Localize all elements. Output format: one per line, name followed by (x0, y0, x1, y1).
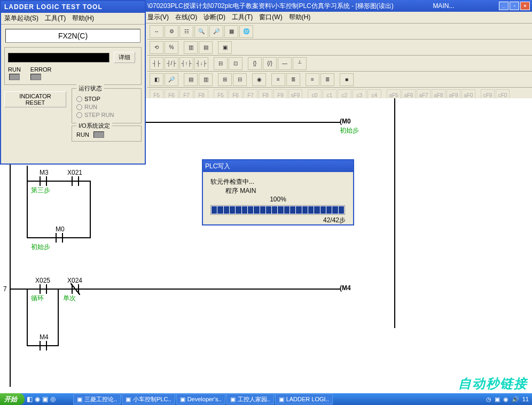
io-run-label: RUN (76, 131, 89, 138)
menu-help[interactable]: 帮助(H) (289, 13, 311, 22)
rung-7-number: 7 (3, 285, 7, 293)
menu-online[interactable]: 在线(O) (175, 13, 197, 22)
plc-dialog-titlebar[interactable]: PLC写入 (203, 160, 353, 172)
tool-titlebar[interactable]: LADDER LOGIC TEST TOOL (1, 1, 145, 13)
toolbar-button[interactable]: ◧ (150, 73, 163, 86)
toolbar-button[interactable]: ▦ (224, 25, 238, 38)
x024-label: X024 (67, 277, 82, 284)
toolbar-button[interactable]: ▤ (199, 41, 213, 54)
taskbar-task[interactable]: ▣工控人家园.. (226, 394, 274, 404)
toolbar-button[interactable]: 🌐 (239, 25, 253, 38)
tray-icon[interactable]: ◉ (503, 396, 508, 403)
toolbar-button[interactable]: ≣ (286, 73, 300, 86)
toolbar-button[interactable]: ■ (340, 73, 354, 86)
task-icon: ▣ (279, 396, 284, 403)
right-bus (394, 98, 395, 328)
toolbar-button[interactable]: 🔎 (209, 25, 223, 38)
toolbar-button[interactable]: ⊞ (218, 73, 232, 86)
radio-run[interactable] (76, 104, 82, 110)
toolbar-button[interactable]: ▤ (184, 73, 198, 86)
toolbar-button[interactable]: 🔎 (165, 73, 178, 86)
toolbar-button[interactable]: ⚙ (165, 25, 178, 38)
toolbar-button[interactable]: ⊟ (214, 57, 228, 70)
contact-x025 (37, 284, 49, 294)
branch-v2 (90, 181, 91, 238)
toolbar-row-0: ↔⚙☷🔍🔎▦🌐 (147, 24, 532, 40)
quicklaunch-icon[interactable]: ◧ (27, 395, 33, 403)
detail-button[interactable]: 详细 (114, 52, 135, 63)
toolbar-button[interactable]: ↔ (150, 25, 163, 38)
menu-diagnose[interactable]: 诊断(D) (204, 13, 225, 22)
taskbar: 开始 ◧ ◉ ▣ ◎ ▣三菱工控论..▣小车控制PLC..▣Developer'… (0, 393, 532, 405)
toolbar-button[interactable]: % (165, 41, 178, 54)
error-indicator-label: ERROR (30, 66, 52, 73)
taskbar-task[interactable]: ▣LADDER LOGI.. (275, 394, 333, 404)
plc-dialog-percent: 100% (210, 196, 346, 203)
progress-bar (210, 205, 345, 215)
toolbar-button[interactable]: ┴ (293, 57, 307, 70)
minimize-button[interactable]: _ (499, 2, 508, 10)
system-tray[interactable]: ◷ ▣ ◉ 🔊 11 (486, 396, 532, 403)
branch-h1 (27, 181, 91, 182)
tray-icon[interactable]: ▣ (495, 396, 500, 403)
toolbar-button[interactable]: ⊡ (229, 57, 242, 70)
m0-left-label: M0 (56, 225, 65, 233)
menu-tools[interactable]: 工具(T) (232, 13, 253, 22)
start-label: 开始 (4, 395, 17, 404)
tool-menu-tools[interactable]: 工具(T) (45, 14, 66, 23)
contact-x021 (69, 176, 81, 186)
branch-v1b (27, 181, 28, 238)
branch-v3 (27, 289, 28, 346)
task-icon: ▣ (126, 396, 131, 403)
toolbar-button[interactable]: ▣ (218, 41, 232, 54)
quicklaunch-icon[interactable]: ◎ (50, 395, 56, 403)
task-icon: ▣ (77, 396, 82, 403)
menu-view[interactable]: 显示(V) (147, 13, 169, 22)
plc-dialog-line1: 软元件检查中... (210, 177, 346, 186)
radio-steprun[interactable] (76, 112, 82, 118)
toolbar-button[interactable]: ┤├ (150, 57, 163, 70)
toolbar-button[interactable]: 🔍 (194, 25, 208, 38)
run-indicator-label: RUN (8, 66, 21, 73)
quicklaunch-icon[interactable]: ◉ (35, 395, 40, 403)
watermark: 自动秒链接 (458, 375, 528, 392)
initstep-left: 初始步 (31, 243, 50, 252)
restore-button[interactable]: ▫ (510, 2, 519, 10)
toolbar-button[interactable]: ⊟ (233, 73, 247, 86)
toolbar-button[interactable]: — (278, 57, 292, 70)
taskbar-task[interactable]: ▣三菱工控论.. (73, 394, 121, 404)
toolbar-button[interactable]: ┤↓├ (194, 57, 208, 70)
toolbar-button[interactable]: ≡ (306, 73, 319, 86)
plc-dialog-line2: 程序 MAIN (225, 186, 346, 196)
toolbar-button[interactable]: ▥ (184, 41, 198, 54)
menu-window[interactable]: 窗口(W) (259, 13, 282, 22)
taskbar-task[interactable]: ▣Developer's.. (176, 394, 225, 404)
x021-label: X021 (67, 169, 82, 176)
indicator-reset-button[interactable]: INDICATOR RESET (4, 91, 66, 107)
task-icon: ▣ (230, 396, 236, 403)
toolbar-button[interactable]: ⟲ (150, 41, 163, 54)
start-button[interactable]: 开始 (0, 393, 25, 405)
close-button[interactable]: × (520, 2, 530, 10)
toolbar-button[interactable]: {} (248, 57, 262, 70)
tray-icon[interactable]: ◷ (486, 396, 491, 403)
toolbar-button[interactable]: ◉ (252, 73, 266, 86)
tool-menu-help[interactable]: 帮助(H) (72, 14, 94, 23)
toolbar-button[interactable]: ≡ (271, 73, 285, 86)
title-suffix: MAIN... (433, 2, 454, 10)
taskbar-task[interactable]: ▣小车控制PLC.. (122, 394, 175, 404)
toolbar-button[interactable]: ┤↑├ (179, 57, 193, 70)
tray-icon[interactable]: 🔊 (512, 396, 519, 403)
status-group: 详细 RUN ERROR (4, 47, 142, 85)
toolbar-button[interactable]: ☷ (179, 25, 193, 38)
plc-type-field: FX2N(C) (5, 29, 140, 43)
toolbar-button[interactable]: ▥ (199, 73, 213, 86)
toolbar-button[interactable]: ≣ (320, 73, 334, 86)
contact-m0 (53, 233, 65, 243)
toolbar-button[interactable]: {/} (263, 57, 277, 70)
radio-stop[interactable] (76, 96, 82, 102)
toolbar-button[interactable]: ┤/├ (165, 57, 178, 70)
quicklaunch-icon[interactable]: ▣ (42, 395, 48, 403)
tool-menu-start[interactable]: 菜单起动(S) (4, 14, 38, 23)
contact-m4 (37, 341, 49, 351)
